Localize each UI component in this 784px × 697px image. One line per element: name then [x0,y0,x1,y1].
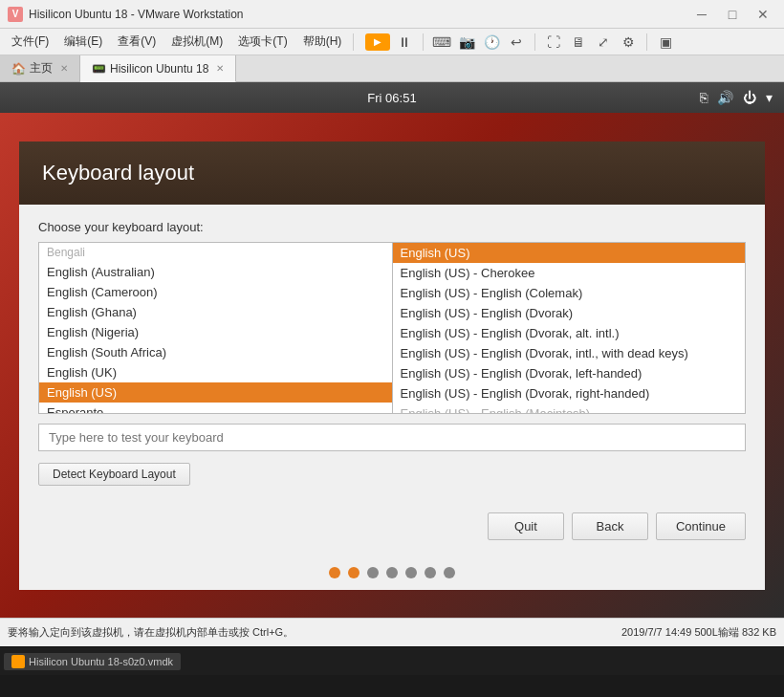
taskbar-vm-icon [11,655,25,668]
vm-icon: 📟 [92,62,106,76]
quit-button[interactable]: Quit [488,512,564,540]
fullscreen-icon[interactable]: ⛶ [543,32,564,53]
dot-4 [386,567,398,578]
tab-vm-close[interactable]: ✕ [216,63,224,74]
sep4 [646,33,647,51]
list-item[interactable]: English (US) - English (Colemak) [393,283,746,303]
app-icon: V [8,7,23,22]
tab-vm[interactable]: 📟 Hisilicon Ubuntu 18 ✕ [80,55,236,82]
tab-home[interactable]: 🏠 主页 ✕ [0,55,80,81]
menu-tabs[interactable]: 选项卡(T) [230,30,294,54]
menu-file[interactable]: 文件(F) [4,30,56,54]
taskbar-vm-item[interactable]: Hisilicon Ubuntu 18-s0z0.vmdk [4,653,181,670]
power-icon[interactable]: ▶ [365,33,390,51]
dot-3 [367,567,379,578]
list-item[interactable]: Esperanto [39,403,392,414]
send-keys-icon[interactable]: ⌨ [431,32,452,53]
vm-content: Fri 06:51 ⎘ 🔊 ⏻ ▾ Keyboard layout Choose… [0,82,784,618]
list-item[interactable]: English (US) - English (Macintosh) [393,403,746,414]
window-controls: ─ □ ✕ [688,4,776,25]
list-item[interactable]: Bengali [39,243,392,262]
resize-icon[interactable]: ⤢ [593,32,614,53]
home-icon: 🏠 [11,62,26,76]
clock: Fri 06:51 [367,91,416,105]
taskbar: Hisilicon Ubuntu 18-s0z0.vmdk [0,646,784,675]
list-item[interactable]: English (US) - English (Dvorak, left-han… [393,363,746,383]
menu-vm[interactable]: 虚拟机(M) [163,30,230,54]
list-item[interactable]: English (US) - English (Dvorak, right-ha… [393,383,746,403]
installer-body: Choose your keyboard layout: Bengali Eng… [19,205,765,501]
menubar: 文件(F) 编辑(E) 查看(V) 虚拟机(M) 选项卡(T) 帮助(H) ▶ … [0,29,784,55]
keyboard-test-input[interactable] [38,424,746,451]
installer-footer: Quit Back Continue [19,501,765,555]
tab-vm-label: Hisilicon Ubuntu 18 [110,62,208,76]
topbar-right-icons: ⎘ 🔊 ⏻ ▾ [700,90,773,105]
settings-icon[interactable]: ⚙ [618,32,639,53]
keyboard-layout-left-list[interactable]: Bengali English (Australian) English (Ca… [38,242,392,414]
list-item[interactable]: English (US) - English (Dvorak) [393,303,746,323]
pause-icon[interactable]: ⏸ [394,32,415,53]
menu-edit[interactable]: 编辑(E) [56,30,110,54]
taskbar-item-label: Hisilicon Ubuntu 18-s0z0.vmdk [29,656,173,667]
dot-5 [405,567,417,578]
list-item[interactable]: English (Nigeria) [39,322,392,342]
tab-home-label: 主页 [30,60,53,76]
tabbar: 🏠 主页 ✕ 📟 Hisilicon Ubuntu 18 ✕ [0,55,784,82]
installer-title: Keyboard layout [42,161,742,185]
sep2 [423,33,424,51]
back-button[interactable]: Back [572,512,648,540]
dot-2 [348,567,359,578]
menu-help[interactable]: 帮助(H) [295,30,350,54]
revert-icon[interactable]: ↩ [506,32,527,53]
list-item[interactable]: English (UK) [39,362,392,382]
list-item[interactable]: English (US) - English (Dvorak, intl., w… [393,343,746,363]
test-input-container [38,424,746,451]
list-item[interactable]: English (US) - Cherokee [393,263,746,283]
dot-1 [329,567,340,578]
status-right: 2019/7/7 14:49 500L输端 832 KB [621,625,776,640]
dot-7 [444,567,455,578]
list-item[interactable]: English (US) - English (Dvorak, alt. int… [393,323,746,343]
close-button[interactable]: ✕ [750,4,776,25]
volume-icon[interactable]: 🔊 [717,90,733,105]
chevron-down-icon[interactable]: ▾ [766,90,773,105]
status-info: 2019/7/7 14:49 500L输端 832 KB [621,625,776,640]
maximize-button[interactable]: □ [719,4,746,25]
layout-lists: Bengali English (Australian) English (Ca… [38,242,746,414]
continue-button[interactable]: Continue [656,512,746,540]
snapshot-icon[interactable]: 📷 [456,32,477,53]
sep3 [534,33,535,51]
list-item[interactable]: English (South Africa) [39,342,392,362]
keyboard-layout-right-list[interactable]: English (US) English (US) - Cherokee Eng… [392,242,747,414]
list-item[interactable]: English (Australian) [39,262,392,282]
statusbar: 要将输入定向到该虚拟机，请在虚拟机内部单击或按 Ctrl+G。 2019/7/7… [0,618,784,646]
window-title: Hisilicon Ubuntu 18 - VMware Workstation [29,8,688,21]
installer-window: Keyboard layout Choose your keyboard lay… [19,142,765,590]
installer-header: Keyboard layout [19,142,765,205]
choose-label: Choose your keyboard layout: [38,220,746,234]
list-item[interactable]: English (Ghana) [39,302,392,322]
network-icon[interactable]: ⎘ [700,90,708,105]
detect-keyboard-button[interactable]: Detect Keyboard Layout [38,463,190,486]
menu-view[interactable]: 查看(V) [110,30,163,54]
list-item-selected[interactable]: English (US) [39,382,392,403]
ubuntu-desktop: Keyboard layout Choose your keyboard lay… [0,113,784,618]
ubuntu-topbar: Fri 06:51 ⎘ 🔊 ⏻ ▾ [0,82,784,113]
minimize-button[interactable]: ─ [688,4,715,25]
display-icon[interactable]: ▣ [655,32,676,53]
list-item-selected[interactable]: English (US) [393,243,746,263]
status-message: 要将输入定向到该虚拟机，请在虚拟机内部单击或按 Ctrl+G。 [8,625,621,640]
view-icon[interactable]: 🖥 [568,32,589,53]
titlebar: V Hisilicon Ubuntu 18 - VMware Workstati… [0,0,784,29]
toolbar-separator [353,33,354,51]
list-item[interactable]: English (Cameroon) [39,282,392,302]
power-menu-icon[interactable]: ⏻ [743,90,756,105]
progress-dots [19,555,765,590]
tab-home-close[interactable]: ✕ [60,63,68,74]
toolbar: ▶ ⏸ ⌨ 📷 🕐 ↩ ⛶ 🖥 ⤢ ⚙ ▣ [365,32,676,53]
dot-6 [425,567,436,578]
time-icon[interactable]: 🕐 [481,32,502,53]
